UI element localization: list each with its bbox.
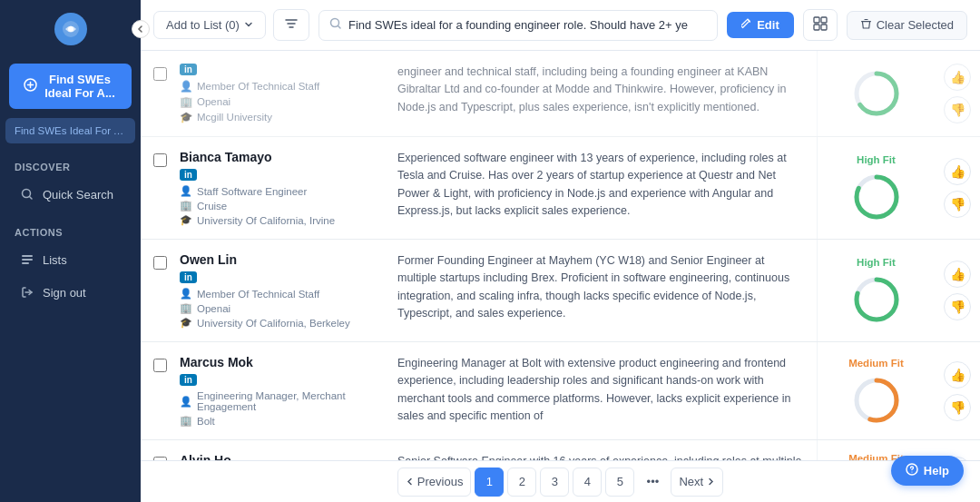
candidate-summary: Experienced software engineer with 13 ye… <box>385 137 817 239</box>
candidate-name: Marcus Mok <box>180 355 376 369</box>
sidebar-item-quick-search[interactable]: Quick Search <box>5 179 135 210</box>
person-icon: 👤 <box>180 396 192 408</box>
add-to-list-label: Add to List (0) <box>166 18 240 32</box>
svg-rect-5 <box>22 259 33 261</box>
candidate-company: 🏢 Bolt <box>180 415 376 427</box>
grid-view-button[interactable] <box>803 9 838 41</box>
checkbox-input[interactable] <box>153 359 167 372</box>
svg-rect-11 <box>821 25 827 30</box>
sidebar-collapse-button[interactable] <box>132 20 150 38</box>
page-ellipsis: ••• <box>638 468 667 497</box>
thumbs-up-button[interactable]: 👍 <box>944 361 971 389</box>
chevron-right-icon <box>707 475 715 488</box>
candidate-checkbox[interactable] <box>141 240 176 341</box>
search-input[interactable] <box>348 18 707 32</box>
thumbs-down-button[interactable]: 👎 <box>944 96 971 123</box>
saved-search-label: Find SWEs Ideal For A... <box>15 125 129 136</box>
sidebar: Find SWEs Ideal For A... Find SWEs Ideal… <box>0 0 141 502</box>
lists-label: Lists <box>43 253 67 267</box>
building-icon: 🏢 <box>180 302 192 314</box>
search-bar[interactable] <box>318 10 718 41</box>
candidate-score: Medium Fit <box>817 342 935 439</box>
checkbox-input[interactable] <box>153 256 167 270</box>
linkedin-badge: in <box>180 169 197 181</box>
candidate-score <box>817 51 935 136</box>
candidate-name: Alvin Ho <box>180 453 376 460</box>
sidebar-item-sign-out[interactable]: Sign out <box>5 277 135 308</box>
help-button[interactable]: Help <box>891 456 964 486</box>
graduation-icon: 🎓 <box>180 317 192 329</box>
clear-selected-button[interactable]: Clear Selected <box>847 11 967 40</box>
new-search-button[interactable]: Find SWEs Ideal For A... <box>9 64 132 109</box>
svg-rect-9 <box>821 17 827 23</box>
page-1-label: 1 <box>486 475 493 488</box>
person-icon: 👤 <box>180 288 192 300</box>
candidate-checkbox[interactable] <box>141 137 176 239</box>
edit-button[interactable]: Edit <box>727 12 794 38</box>
page-4-button[interactable]: 4 <box>573 468 602 497</box>
fit-label: High Fit <box>857 257 896 268</box>
page-2-button[interactable]: 2 <box>507 468 536 497</box>
candidate-name: Owen Lin <box>180 252 376 267</box>
search-icon <box>20 187 34 202</box>
candidate-info: Marcus Mok in 👤 Engineering Manager, Mer… <box>176 342 385 439</box>
thumbs-down-button[interactable]: 👎 <box>944 191 971 218</box>
saved-search-item[interactable]: Find SWEs Ideal For A... <box>5 118 135 143</box>
svg-point-24 <box>911 471 912 472</box>
sidebar-item-lists[interactable]: Lists <box>5 244 135 275</box>
next-label: Next <box>679 475 703 488</box>
candidate-education: 🎓 Mcgill University <box>180 111 376 123</box>
help-icon <box>906 463 918 478</box>
filter-button[interactable] <box>273 9 309 41</box>
candidate-checkbox[interactable] <box>141 51 176 136</box>
sidebar-logo-area <box>0 0 141 54</box>
checkbox-input[interactable] <box>153 153 167 167</box>
building-icon: 🏢 <box>180 200 192 212</box>
page-5-label: 5 <box>617 475 623 488</box>
previous-label: Previous <box>417 475 464 488</box>
page-5-button[interactable]: 5 <box>605 468 634 497</box>
checkbox-input[interactable] <box>153 67 167 81</box>
candidate-score: High Fit <box>817 240 935 341</box>
candidate-checkbox[interactable] <box>141 342 176 439</box>
pagination-bar: Previous 1 2 3 4 5 ••• Next <box>141 460 980 502</box>
candidate-summary: engineer and technical staff, including … <box>385 51 817 136</box>
thumbs-down-button[interactable]: 👎 <box>944 394 971 421</box>
page-2-label: 2 <box>519 475 525 488</box>
previous-button[interactable]: Previous <box>397 468 472 497</box>
checkbox-input[interactable] <box>153 457 167 460</box>
graduation-icon: 🎓 <box>180 111 192 123</box>
new-search-label: Find SWEs Ideal For A... <box>43 73 117 100</box>
building-icon: 🏢 <box>180 415 192 427</box>
candidate-info: in 👤 Member Of Technical Staff 🏢 Openai … <box>176 51 385 136</box>
candidate-checkbox[interactable] <box>141 440 176 460</box>
thumbs-down-button[interactable]: 👎 <box>944 293 971 320</box>
sign-out-icon <box>20 285 34 300</box>
add-to-list-button[interactable]: Add to List (0) <box>153 11 266 39</box>
candidate-info: Bianca Tamayo in 👤 Staff Software Engine… <box>176 137 385 239</box>
svg-rect-4 <box>22 255 33 257</box>
candidate-education: 🎓 University Of California, Berkeley <box>180 317 376 329</box>
chevron-down-icon <box>244 18 253 32</box>
candidate-actions: 👍 👎 <box>935 342 980 439</box>
thumbs-up-button[interactable]: 👍 <box>944 64 971 91</box>
app-logo <box>54 13 87 45</box>
discover-section-label: Discover <box>0 145 141 178</box>
candidate-title: 👤 Member Of Technical Staff <box>180 288 376 300</box>
thumbs-up-button[interactable]: 👍 <box>944 261 971 288</box>
edit-icon <box>741 18 752 32</box>
linkedin-badge: in <box>180 374 197 386</box>
candidate-actions: 👍 👎 <box>935 240 980 341</box>
person-icon: 👤 <box>180 185 192 197</box>
page-1-button[interactable]: 1 <box>475 468 504 497</box>
svg-point-1 <box>68 26 74 32</box>
candidate-summary: Engineering Manager at Bolt with extensi… <box>385 342 817 439</box>
page-3-button[interactable]: 3 <box>540 468 569 497</box>
fit-label: Medium Fit <box>848 358 904 369</box>
candidate-info: Owen Lin in 👤 Member Of Technical Staff … <box>176 240 385 341</box>
quick-search-label: Quick Search <box>43 188 113 202</box>
thumbs-up-button[interactable]: 👍 <box>944 158 971 185</box>
candidate-company: 🏢 Cruise <box>180 200 376 212</box>
candidate-list: in 👤 Member Of Technical Staff 🏢 Openai … <box>141 51 980 460</box>
next-button[interactable]: Next <box>671 468 723 497</box>
